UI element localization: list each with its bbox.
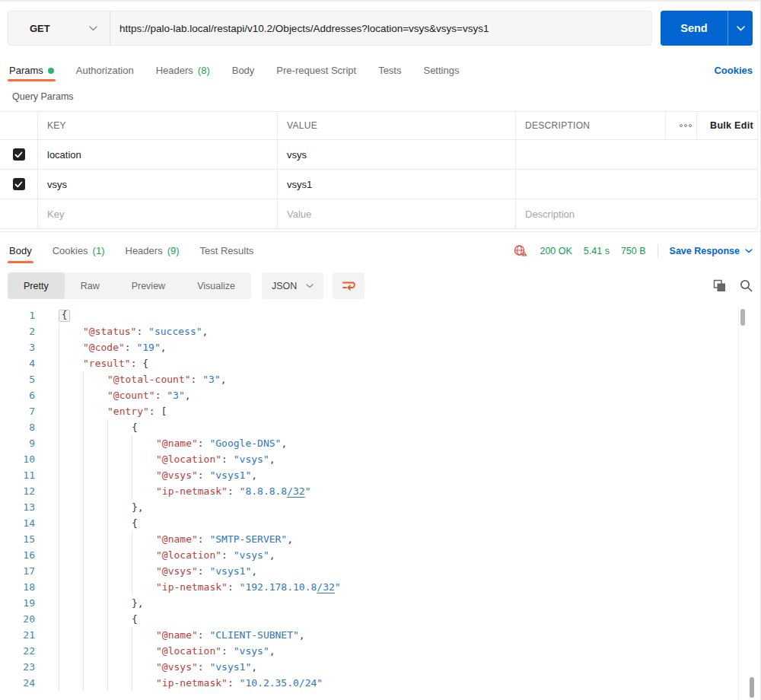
send-options-button[interactable]	[728, 11, 753, 46]
url-input[interactable]: https://palo-lab.local/restapi/v10.2/Obj…	[110, 11, 651, 45]
indent-guide	[83, 643, 107, 659]
wrap-lines-button[interactable]	[333, 272, 365, 299]
indent-guide	[83, 675, 107, 691]
code-line: 16"@location": "vsys",	[0, 547, 737, 563]
tab-label: Tests	[378, 65, 401, 76]
query-params-title: Query Params	[12, 91, 74, 102]
param-checkbox[interactable]	[13, 148, 25, 161]
code-line-content: "entry": [	[57, 403, 167, 419]
code-token: ,	[185, 387, 191, 403]
code-token: "@code"	[83, 339, 125, 355]
request-tab-headers[interactable]: Headers(8)	[156, 58, 210, 83]
code-token: "10.2.35.0/24"	[240, 675, 323, 691]
code-line: 8{	[0, 419, 737, 435]
tab-count-badge: (1)	[93, 245, 105, 256]
param-description-field[interactable]: Description	[516, 199, 757, 228]
param-key-field[interactable]: location	[38, 140, 278, 169]
view-tab-pretty[interactable]: Pretty	[8, 272, 65, 299]
indent-guide	[59, 563, 83, 579]
code-scrollbar-thumb[interactable]	[740, 309, 745, 326]
line-number: 18	[0, 579, 38, 595]
cookies-link[interactable]: Cookies	[714, 65, 753, 76]
method-selector[interactable]: GET	[8, 11, 110, 45]
indent-guide	[59, 515, 83, 531]
code-token: :	[228, 579, 240, 595]
fold-toggle[interactable]: {	[59, 310, 70, 322]
code-line: 9"@name": "Google-DNS",	[0, 435, 737, 451]
code-token: ,	[269, 451, 275, 467]
indent-guide	[59, 595, 83, 611]
column-value: VALUE	[278, 112, 516, 139]
indent-guide	[59, 371, 83, 387]
code-line: 5"@total-count": "3",	[0, 371, 737, 387]
response-tab-body[interactable]: Body	[9, 237, 32, 265]
view-tab-raw[interactable]: Raw	[65, 272, 116, 299]
indent-guide	[83, 387, 107, 403]
param-description-field[interactable]	[516, 140, 757, 169]
send-button: Send	[661, 11, 753, 46]
indent-guide	[59, 387, 83, 403]
response-tab-test-results[interactable]: Test Results	[200, 237, 254, 265]
code-token: :	[191, 371, 203, 387]
code-line: 22"@location": "vsys",	[0, 643, 737, 659]
code-line-content: "ip-netmask": "8.8.8.8/32"	[57, 483, 311, 499]
indent-guide	[83, 531, 107, 547]
line-number: 21	[0, 627, 38, 643]
code-line-content: "@count": "3",	[57, 387, 191, 403]
more-options-icon[interactable]	[666, 112, 697, 139]
request-tab-params[interactable]: Params	[9, 58, 54, 83]
response-tab-headers[interactable]: Headers(9)	[126, 237, 180, 265]
code-token: "vsys"	[234, 451, 269, 467]
indent-guide	[83, 659, 107, 675]
code-token: :	[136, 323, 148, 339]
request-tab-settings[interactable]: Settings	[423, 58, 459, 83]
unsaved-params-dot	[48, 68, 54, 74]
indent-guide	[83, 371, 107, 387]
code-token: ,	[281, 435, 287, 451]
code-line: 15"@name": "SMTP-SERVER",	[0, 531, 737, 547]
code-token: {	[132, 419, 138, 435]
response-toolbar: PrettyRawPreviewVisualize JSON	[8, 272, 753, 299]
indent-guide	[132, 563, 156, 579]
indent-guide	[107, 595, 132, 611]
param-key-field[interactable]: Key	[38, 199, 278, 228]
indent-guide	[83, 499, 107, 515]
response-tab-cookies[interactable]: Cookies(1)	[53, 237, 105, 265]
code-line-content: "result": {	[57, 355, 148, 371]
indent-guide	[59, 403, 83, 419]
code-line-content: "@vsys": "vsys1",	[57, 563, 257, 579]
chevron-down-icon	[745, 249, 753, 253]
indent-guide	[59, 435, 83, 451]
request-tab-authorization[interactable]: Authorization	[76, 58, 134, 83]
code-line: 23"@vsys": "vsys1",	[0, 659, 737, 675]
search-icon[interactable]	[740, 279, 753, 292]
chevron-down-icon	[737, 26, 745, 31]
param-value-field[interactable]: Value	[278, 199, 516, 228]
page-scrollbar-thumb[interactable]	[750, 677, 754, 698]
param-value-field[interactable]: vsys1	[278, 170, 516, 199]
param-key-field[interactable]: vsys	[38, 170, 278, 199]
param-checkbox[interactable]	[13, 178, 25, 190]
view-tab-visualize[interactable]: Visualize	[181, 272, 251, 299]
request-tab-pre-request-script[interactable]: Pre-request Script	[276, 58, 356, 83]
indent-guide	[107, 531, 132, 547]
request-tab-tests[interactable]: Tests	[378, 58, 401, 83]
send-button-main[interactable]: Send	[661, 11, 728, 46]
request-tab-body[interactable]: Body	[232, 58, 255, 83]
globe-warning-icon[interactable]	[514, 244, 528, 257]
code-token: "ip-netmask"	[156, 483, 228, 499]
save-response-button[interactable]: Save Response	[670, 246, 753, 256]
indent-guide	[59, 531, 83, 547]
copy-icon[interactable]	[713, 279, 726, 292]
view-tab-preview[interactable]: Preview	[116, 272, 181, 299]
line-number: 20	[0, 611, 38, 627]
indent-guide	[107, 579, 132, 595]
format-dropdown[interactable]: JSON	[262, 272, 323, 299]
param-value-field[interactable]: vsys	[278, 140, 516, 169]
indent-guide	[59, 467, 83, 483]
bulk-edit-button[interactable]: Bulk Edit	[697, 112, 757, 139]
param-checkbox-cell	[0, 170, 38, 199]
param-row: locationvsys	[0, 140, 757, 170]
query-params-table: KEY VALUE DESCRIPTION Bulk Edit location…	[0, 111, 758, 229]
param-description-field[interactable]	[516, 170, 757, 199]
